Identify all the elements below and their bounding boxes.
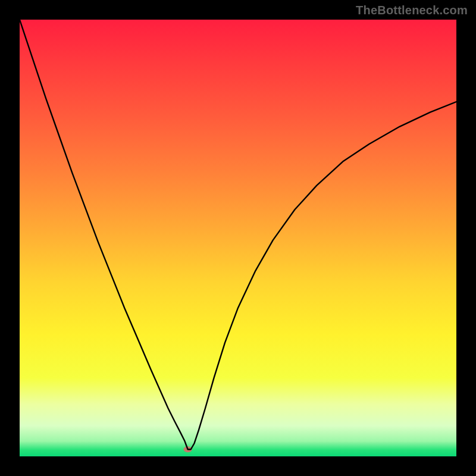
watermark-text: TheBottleneck.com [356, 4, 468, 17]
svg-rect-0 [20, 20, 456, 456]
plot-area [20, 20, 456, 456]
chart-canvas [20, 20, 456, 456]
chart-frame: TheBottleneck.com [0, 0, 476, 476]
